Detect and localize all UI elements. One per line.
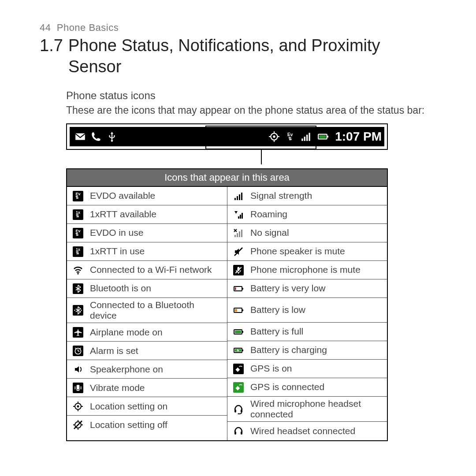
table-row: Wired microphone headset connected <box>227 397 387 422</box>
table-row: GPS is connected <box>227 378 387 397</box>
evdo-available-icon: Ev⇅ <box>71 191 86 201</box>
section-title: Phone Status, Notifications, and Proximi… <box>68 35 432 77</box>
bluetooth-connected-icon <box>71 305 86 316</box>
onexrtt-available-icon: 1x⇅ <box>71 209 86 220</box>
table-row: Battery is very low <box>227 279 387 298</box>
wifi-icon <box>71 265 86 275</box>
icon-description: Connected to a Bluetooth device <box>90 300 223 321</box>
icon-table: Icons that appear in this area Ev⇅EVDO a… <box>66 168 388 441</box>
icon-description: EVDO available <box>90 190 155 201</box>
icon-description: 1xRTT in use <box>90 246 145 257</box>
callout-box <box>205 126 316 149</box>
table-row: Roaming <box>227 205 387 224</box>
icon-description: Phone microphone is mute <box>250 264 361 275</box>
icon-description: Vibrate mode <box>90 383 145 393</box>
battery-verylow-icon <box>231 283 246 294</box>
subheading: Phone status icons <box>66 89 432 102</box>
page-number: 44 <box>40 22 51 33</box>
table-row: Wired headset connected <box>227 422 387 440</box>
icon-description: No signal <box>250 227 289 238</box>
icon-description: Wired microphone headset connected <box>250 398 383 420</box>
icon-description: Battery is full <box>250 326 303 337</box>
table-row: Battery is low <box>227 298 387 323</box>
table-row: 1x⇅1xRTT available <box>67 205 227 224</box>
icon-description: Battery is charging <box>250 345 327 355</box>
location-off-icon <box>71 420 86 430</box>
icon-description: EVDO in use <box>90 227 143 238</box>
icon-description: Roaming <box>250 209 287 219</box>
table-row: Battery is charging <box>227 341 387 360</box>
signal-strength-icon <box>231 191 246 201</box>
table-right-column: Signal strengthRoamingNo signalPhone spe… <box>227 187 387 440</box>
mic-mute-icon <box>231 265 246 275</box>
icon-description: Airplane mode on <box>90 327 163 338</box>
icon-description: Battery is low <box>250 305 305 315</box>
icon-description: Location setting on <box>90 401 167 412</box>
status-bar-figure: Ev⇅ 1:07 PM Icons that appear in this ar… <box>66 123 432 441</box>
table-row: Signal strength <box>227 187 387 205</box>
icon-description: Signal strength <box>250 190 312 201</box>
table-row: 1x⇅1xRTT in use <box>67 242 227 261</box>
intro-paragraph: These are the icons that may appear on t… <box>66 104 428 117</box>
status-bar-time: 1:07 PM <box>335 130 382 144</box>
icon-description: GPS is connected <box>250 382 324 392</box>
table-row: Location setting on <box>67 397 227 416</box>
section-number: 1.7 <box>40 35 68 77</box>
usb-icon <box>106 130 118 143</box>
airplane-icon <box>71 327 86 338</box>
battery-icon <box>316 130 331 143</box>
no-signal-icon <box>231 228 246 238</box>
icon-description: Speakerphone on <box>90 364 163 375</box>
icon-description: Bluetooth is on <box>90 283 151 294</box>
table-row: Vibrate mode <box>67 379 227 397</box>
table-row: Alarm is set <box>67 342 227 360</box>
table-left-column: Ev⇅EVDO available1x⇅1xRTT availableEv⇅EV… <box>67 187 227 440</box>
alarm-icon <box>71 346 86 356</box>
evdo-inuse-icon: Ev⇅ <box>71 228 86 238</box>
status-bar-container: Ev⇅ 1:07 PM <box>66 123 388 150</box>
battery-charging-icon <box>231 345 246 356</box>
table-row: Location setting off <box>67 416 227 434</box>
table-row: Ev⇅EVDO available <box>67 187 227 205</box>
table-row: Connected to a Bluetooth device <box>67 298 227 323</box>
running-head: 44 Phone Basics <box>40 22 432 33</box>
phone-icon <box>90 130 102 143</box>
table-row: Bluetooth is on <box>67 279 227 298</box>
table-row: Phone speaker is mute <box>227 242 387 261</box>
vibrate-icon <box>71 383 86 393</box>
icon-description: Location setting off <box>90 420 167 430</box>
headset-mic-icon <box>231 404 246 414</box>
table-row: GPS is on <box>227 360 387 378</box>
icon-description: Alarm is set <box>90 346 138 356</box>
bluetooth-on-icon <box>71 283 86 294</box>
icon-description: Connected to a Wi-Fi network <box>90 264 212 275</box>
table-row: Battery is full <box>227 323 387 341</box>
table-row: Ev⇅EVDO in use <box>67 224 227 242</box>
table-row: Speakerphone on <box>67 360 227 379</box>
table-row: No signal <box>227 224 387 242</box>
battery-full-icon <box>231 327 246 337</box>
battery-low-icon <box>231 305 246 316</box>
icon-description: GPS is on <box>250 363 292 374</box>
gps-on-icon <box>231 364 246 374</box>
roaming-icon <box>231 209 246 220</box>
icon-description: Phone speaker is mute <box>250 246 345 257</box>
speakerphone-icon <box>71 364 86 375</box>
table-header: Icons that appear in this area <box>67 168 387 187</box>
section-heading: 1.7 Phone Status, Notifications, and Pro… <box>40 35 432 77</box>
table-row: Airplane mode on <box>67 323 227 342</box>
icon-description: 1xRTT available <box>90 209 156 219</box>
icon-description: Battery is very low <box>250 283 325 294</box>
gps-connected-icon <box>231 382 246 393</box>
mail-icon <box>74 130 86 143</box>
table-row: Phone microphone is mute <box>227 261 387 279</box>
chapter-name: Phone Basics <box>57 22 119 33</box>
svg-rect-71 <box>320 135 326 138</box>
onexrtt-inuse-icon: 1x⇅ <box>71 246 86 257</box>
icon-description: Wired headset connected <box>250 426 355 436</box>
speaker-mute-icon <box>231 246 246 257</box>
table-row: Connected to a Wi-Fi network <box>67 261 227 279</box>
headset-icon <box>231 426 246 436</box>
location-on-icon <box>71 401 86 412</box>
